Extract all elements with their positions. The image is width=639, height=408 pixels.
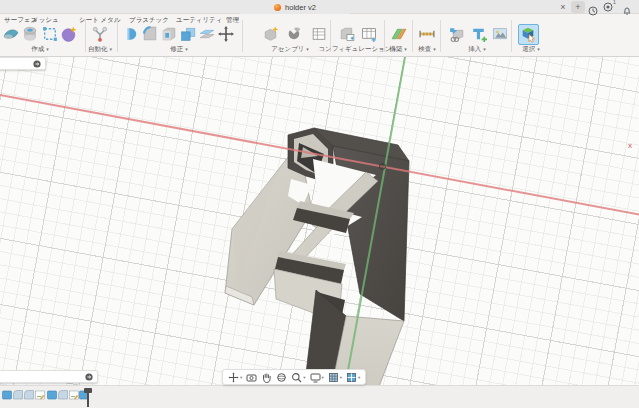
chevron-down-icon: ▾ [537,46,540,52]
viewport-3d[interactable]: x [0,57,639,408]
notification-count: 1 [613,0,616,9]
tab-manage[interactable]: 管理 [226,16,239,25]
tab-utility[interactable]: ユーティリティ [176,16,222,25]
grid-display-button[interactable]: ▾ [327,372,343,383]
configure-icon[interactable] [338,25,356,43]
orbit-button[interactable] [275,372,288,383]
timeline-bar [0,385,639,408]
timeline-playhead[interactable] [84,388,92,407]
config-table-icon[interactable] [360,25,378,43]
display-settings-button[interactable]: ▾ [309,372,325,383]
form-sphere-icon[interactable] [60,25,78,43]
3d-model[interactable] [210,115,420,408]
group-divider [440,20,441,52]
combine-icon[interactable] [179,25,197,43]
origin-point[interactable] [379,163,386,170]
chevron-down-icon: ▾ [322,375,324,380]
insert-derive-icon[interactable] [448,25,466,43]
new-component-icon[interactable] [262,25,280,43]
document-tab-bar: holder v2 × + 1 [0,0,639,14]
insert-mesh-icon[interactable] [470,25,488,43]
playhead-line [87,392,89,407]
group-label-configuration: コンフィギュレーション ▾ [318,45,395,54]
rigid-group-icon[interactable] [310,25,328,43]
expand-browser-icon[interactable] [33,60,41,68]
group-divider [242,20,243,52]
pan-hand-button[interactable] [260,372,273,383]
look-at-button[interactable] [245,372,258,383]
surface-create-icon[interactable] [2,25,20,43]
timeline-feature-sketch[interactable] [69,390,79,400]
chevron-down-icon: ▾ [240,375,242,380]
chevron-down-icon: ▾ [306,46,309,52]
chevron-down-icon: ▾ [185,46,188,52]
group-label-insert: 挿入 ▾ [468,45,485,54]
group-divider [117,20,118,52]
construction-plane-icon[interactable] [390,25,408,43]
group-label-assembly: アセンブリ ▾ [271,45,309,54]
automate-icon[interactable] [91,25,109,43]
joint-icon[interactable] [286,25,304,43]
chevron-down-icon: ▾ [358,375,360,380]
new-tab-button[interactable]: + [571,1,585,13]
job-status-icon[interactable]: 1 [603,2,616,12]
browser-panel-collapsed[interactable] [0,57,46,70]
model-faces[interactable] [225,128,409,408]
chevron-down-icon: ▾ [340,375,342,380]
group-label-select: 選択 ▾ [522,45,539,54]
fusion360-window: x holder v2 × + 1 サーフェス メッシュ シート メタル プラス… [0,0,639,408]
group-divider [511,20,512,52]
mesh-box-icon[interactable] [41,25,59,43]
fillet-icon[interactable] [141,25,159,43]
press-pull-icon[interactable] [122,25,140,43]
group-label-create: 作成 ▾ [31,45,48,54]
group-label-automate: 自動化 ▾ [88,45,112,54]
bell-icon[interactable] [622,2,632,20]
move-icon[interactable] [217,25,235,43]
shell-icon[interactable] [160,25,178,43]
cylinder-icon[interactable] [21,25,39,43]
document-tab[interactable]: holder v2 [240,0,350,14]
timeline-feature-fillet[interactable] [13,390,23,400]
document-title: holder v2 [285,3,316,12]
clock-icon[interactable] [588,2,598,20]
insert-image-icon[interactable] [491,25,509,43]
group-label-inspect: 検査 ▾ [418,45,435,54]
select-icon[interactable] [518,24,539,45]
group-divider [412,20,413,52]
viewports-button[interactable]: ▾ [345,372,361,383]
group-label-modify: 修正 ▾ [170,45,187,54]
expand-panel-icon[interactable] [85,373,93,381]
view-navigation-bar: ▾ ▾ ▾ ▾ ▾ [222,369,366,385]
timeline-feature-fillet[interactable] [58,390,68,400]
timeline-feature-sketch[interactable] [35,390,45,400]
measure-icon[interactable] [418,25,436,43]
timeline-feature-extrude[interactable] [47,390,57,400]
pan-button[interactable]: ▾ [227,372,243,383]
offset-face-icon[interactable] [198,25,216,43]
tab-mesh[interactable]: メッシュ [32,16,59,25]
x-axis-label: x [628,141,632,150]
chevron-down-icon: ▾ [404,46,407,52]
chevron-down-icon: ▾ [433,46,436,52]
close-tab-button[interactable]: × [556,0,570,14]
chevron-down-icon: ▾ [303,375,305,380]
chevron-down-icon: ▾ [46,46,49,52]
timeline-feature-extrude[interactable] [2,390,12,400]
unsaved-document-icon [274,4,281,11]
zoom-button[interactable]: ▾ [290,372,306,383]
comment-panel-collapsed[interactable] [0,370,98,383]
group-divider [85,20,86,52]
ribbon-toolbar: サーフェス メッシュ シート メタル プラスチック ユーティリティ 管理 [0,14,639,57]
tab-plastic[interactable]: プラスチック [129,16,169,25]
chevron-down-icon: ▾ [109,46,112,52]
chevron-down-icon: ▾ [483,46,486,52]
timeline-feature-fillet[interactable] [24,390,34,400]
group-label-construct: 構築 ▾ [389,45,406,54]
